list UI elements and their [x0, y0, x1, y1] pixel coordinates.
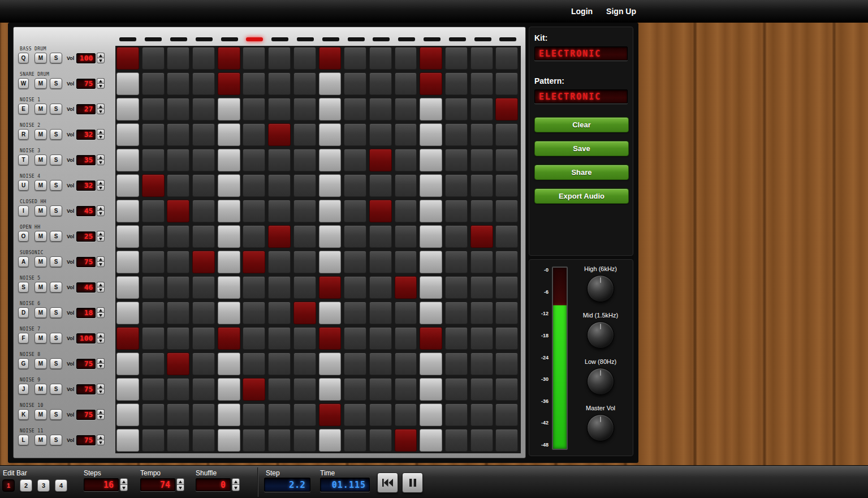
step-cell[interactable] — [344, 200, 366, 222]
step-cell[interactable] — [420, 251, 442, 273]
step-cell[interactable] — [167, 327, 189, 350]
step-cell[interactable] — [218, 225, 240, 248]
track-mute-button[interactable]: M — [34, 409, 47, 420]
track-volume-spinner[interactable] — [97, 409, 105, 420]
step-cell[interactable] — [445, 149, 468, 171]
step-cell[interactable] — [470, 251, 493, 273]
track-volume-spinner-up[interactable] — [97, 333, 105, 338]
step-cell[interactable] — [470, 225, 493, 248]
step-cell[interactable] — [142, 72, 165, 95]
track-mute-button[interactable]: M — [34, 129, 47, 140]
step-cell[interactable] — [192, 429, 215, 452]
step-cell[interactable] — [268, 149, 291, 171]
tempo-spinner-down[interactable] — [176, 484, 184, 491]
step-cell[interactable] — [470, 353, 493, 375]
step-cell[interactable] — [142, 200, 165, 222]
step-cell[interactable] — [369, 353, 392, 375]
step-cell[interactable] — [445, 98, 468, 121]
step-cell[interactable] — [470, 149, 493, 171]
step-cell[interactable] — [293, 123, 316, 146]
step-cell[interactable] — [420, 123, 442, 146]
step-cell[interactable] — [369, 200, 392, 222]
step-cell[interactable] — [369, 327, 392, 350]
step-cell[interactable] — [116, 276, 139, 299]
track-mute-button[interactable]: M — [34, 333, 47, 344]
step-cell[interactable] — [167, 72, 189, 95]
step-cell[interactable] — [395, 403, 417, 426]
step-cell[interactable] — [319, 47, 342, 70]
step-cell[interactable] — [470, 72, 493, 95]
track-key-button[interactable]: I — [18, 205, 29, 216]
track-key-button[interactable]: E — [18, 104, 29, 114]
step-cell[interactable] — [319, 353, 342, 375]
step-cell[interactable] — [344, 403, 366, 426]
step-cell[interactable] — [470, 429, 493, 452]
step-cell[interactable] — [167, 47, 189, 70]
track-key-button[interactable]: W — [18, 78, 29, 89]
pause-button[interactable] — [402, 473, 423, 493]
step-cell[interactable] — [268, 429, 291, 452]
track-key-button[interactable]: Q — [18, 53, 29, 63]
track-volume-spinner-down[interactable] — [97, 312, 105, 318]
step-cell[interactable] — [243, 47, 265, 70]
step-cell[interactable] — [116, 98, 139, 121]
step-cell[interactable] — [369, 72, 392, 95]
step-cell[interactable] — [243, 174, 265, 197]
step-cell[interactable] — [142, 378, 165, 401]
track-key-button[interactable]: K — [18, 409, 29, 420]
step-cell[interactable] — [470, 98, 493, 121]
track-key-button[interactable]: S — [18, 282, 29, 293]
step-cell[interactable] — [293, 429, 316, 452]
step-cell[interactable] — [218, 251, 240, 273]
track-volume-spinner[interactable] — [97, 205, 105, 216]
step-cell[interactable] — [293, 403, 316, 426]
steps-spinner-up[interactable] — [120, 478, 128, 484]
step-cell[interactable] — [116, 174, 139, 197]
step-cell[interactable] — [395, 47, 417, 70]
track-volume-spinner-up[interactable] — [97, 53, 105, 58]
clear-button[interactable]: Clear — [534, 117, 629, 132]
track-volume-spinner-down[interactable] — [97, 236, 105, 242]
step-cell[interactable] — [395, 200, 417, 222]
step-cell[interactable] — [243, 378, 265, 401]
track-volume-spinner-up[interactable] — [97, 256, 105, 261]
step-cell[interactable] — [319, 327, 342, 350]
step-cell[interactable] — [445, 403, 468, 426]
step-cell[interactable] — [344, 251, 366, 273]
step-cell[interactable] — [445, 378, 468, 401]
step-cell[interactable] — [344, 353, 366, 375]
step-cell[interactable] — [420, 378, 442, 401]
step-cell[interactable] — [319, 225, 342, 248]
step-cell[interactable] — [344, 225, 366, 248]
step-cell[interactable] — [116, 251, 139, 273]
step-cell[interactable] — [116, 225, 139, 248]
step-cell[interactable] — [116, 327, 139, 350]
step-cell[interactable] — [369, 47, 392, 70]
track-volume-spinner-down[interactable] — [97, 363, 105, 369]
step-cell[interactable] — [369, 149, 392, 171]
step-cell[interactable] — [470, 327, 493, 350]
step-cell[interactable] — [445, 302, 468, 324]
track-mute-button[interactable]: M — [34, 307, 47, 318]
step-cell[interactable] — [268, 123, 291, 146]
step-cell[interactable] — [495, 149, 518, 171]
step-cell[interactable] — [243, 302, 265, 324]
track-mute-button[interactable]: M — [34, 53, 47, 63]
track-mute-button[interactable]: M — [34, 154, 47, 165]
step-cell[interactable] — [420, 200, 442, 222]
step-cell[interactable] — [344, 276, 366, 299]
edit-bar-button-1[interactable]: 1 — [2, 479, 15, 492]
step-cell[interactable] — [369, 98, 392, 121]
step-cell[interactable] — [420, 174, 442, 197]
step-cell[interactable] — [445, 327, 468, 350]
step-cell[interactable] — [167, 378, 189, 401]
step-cell[interactable] — [369, 302, 392, 324]
track-key-button[interactable]: L — [18, 435, 29, 445]
step-cell[interactable] — [192, 353, 215, 375]
step-cell[interactable] — [395, 123, 417, 146]
step-cell[interactable] — [167, 123, 189, 146]
step-cell[interactable] — [192, 403, 215, 426]
track-volume-spinner[interactable] — [97, 256, 105, 267]
step-cell[interactable] — [243, 403, 265, 426]
track-solo-button[interactable]: S — [50, 205, 62, 216]
